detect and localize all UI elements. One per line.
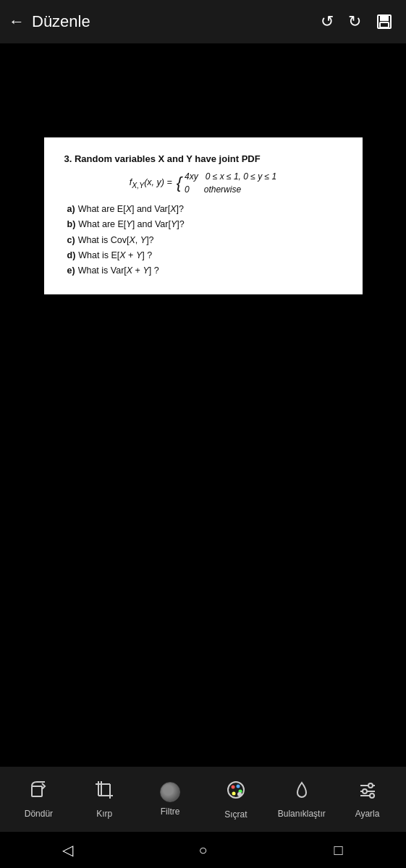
toolbar-item-adjust[interactable]: Ayarla <box>334 780 400 819</box>
redo-icon: ↻ <box>348 12 361 31</box>
save-button[interactable] <box>376 13 393 30</box>
formula-lhs: fX,Y(x, y) = <box>130 177 172 190</box>
nav-bar: ◁ ○ □ <box>0 832 406 868</box>
formula-cases: 4xy 0 ≤ x ≤ 1, 0 ≤ y ≤ 1 0 otherwise <box>185 170 276 196</box>
main-area: 3. Random variables X and Y have joint P… <box>0 43 406 731</box>
svg-point-19 <box>363 789 367 793</box>
redo-button[interactable]: ↻ <box>348 12 361 31</box>
nav-recent-icon: □ <box>334 842 342 859</box>
nav-back-button[interactable]: ◁ <box>50 832 86 868</box>
svg-rect-1 <box>381 15 388 20</box>
item-e: e) What is Var[X + Y] ? <box>67 263 342 278</box>
svg-rect-3 <box>32 786 42 796</box>
nav-recent-button[interactable]: □ <box>321 832 357 868</box>
svg-point-11 <box>231 785 234 788</box>
formula-case1: 4xy 0 ≤ x ≤ 1, 0 ≤ y ≤ 1 <box>185 170 276 183</box>
undo-button[interactable]: ↺ <box>321 12 334 31</box>
back-button[interactable]: ← <box>9 12 25 31</box>
toolbar-label-filter: Filtre <box>161 807 180 817</box>
back-icon: ← <box>9 12 25 31</box>
item-a: a) What are E[X] and Var[X]? <box>67 202 342 217</box>
top-bar: ← Düzenle ↺ ↻ <box>0 0 406 43</box>
toolbar-item-rotate[interactable]: Döndür <box>6 780 72 819</box>
top-bar-left: ← Düzenle <box>9 12 90 31</box>
svg-point-10 <box>228 782 244 798</box>
top-bar-right: ↺ ↻ <box>321 12 393 31</box>
nav-home-icon: ○ <box>198 842 207 859</box>
doc-items: a) What are E[X] and Var[X]? b) What are… <box>64 202 342 278</box>
palette-icon <box>226 780 246 805</box>
toolbar-label-rotate: Döndür <box>25 809 53 819</box>
question-number: 3. Random variables X and Y have joint P… <box>64 153 342 164</box>
formula-block: fX,Y(x, y) = { 4xy 0 ≤ x ≤ 1, 0 ≤ y ≤ 1 … <box>64 170 342 196</box>
toolbar-label-adjust: Ayarla <box>355 809 380 819</box>
toolbar-label-blur: Bulanıklaştır <box>278 809 326 819</box>
page-title: Düzenle <box>32 12 90 31</box>
nav-back-icon: ◁ <box>62 841 73 859</box>
nav-home-button[interactable]: ○ <box>185 832 221 868</box>
toolbar-label-crop: Kırp <box>96 809 112 819</box>
svg-point-21 <box>370 793 374 798</box>
svg-point-15 <box>237 792 242 796</box>
bottom-toolbar: Döndür Kırp Filtre <box>0 767 406 832</box>
rotate-icon <box>28 780 48 804</box>
adjust-icon <box>358 780 378 804</box>
item-b: b) What are E[Y] and Var[Y]? <box>67 217 342 232</box>
item-c: c) What is Cov[X, Y]? <box>67 233 342 248</box>
toolbar-label-color: Sıçrat <box>224 809 247 820</box>
svg-rect-2 <box>380 22 389 27</box>
formula-case2: 0 otherwise <box>185 183 276 196</box>
blur-icon <box>292 780 312 804</box>
item-d: d) What is E[X + Y] ? <box>67 248 342 263</box>
svg-point-14 <box>232 791 235 795</box>
filter-icon <box>160 782 180 802</box>
document-card: 3. Random variables X and Y have joint P… <box>44 137 363 294</box>
crop-icon <box>94 780 114 804</box>
undo-icon: ↺ <box>321 12 334 31</box>
formula-brace: { <box>177 175 182 191</box>
toolbar-item-filter[interactable]: Filtre <box>138 782 203 817</box>
save-icon <box>376 13 393 30</box>
toolbar-item-blur[interactable]: Bulanıklaştır <box>268 780 334 819</box>
toolbar-item-color[interactable]: Sıçrat <box>203 780 268 820</box>
toolbar-item-crop[interactable]: Kırp <box>72 780 138 819</box>
svg-point-17 <box>368 783 373 788</box>
svg-point-12 <box>236 784 240 788</box>
